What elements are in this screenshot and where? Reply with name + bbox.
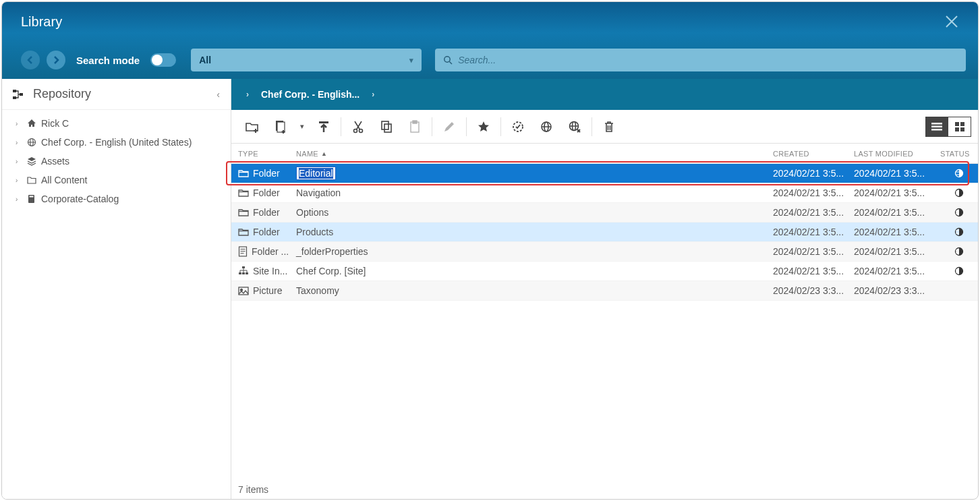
column-status[interactable]: STATUS [940, 150, 978, 158]
separator [466, 117, 467, 136]
header-toolbar: Search mode All ▾ [2, 41, 978, 79]
tree-item-label: Assets [41, 156, 69, 167]
row-name: Options [296, 207, 328, 218]
svg-point-44 [241, 289, 243, 291]
svg-rect-34 [241, 249, 246, 249]
row-modified: 2024/02/23 3:3... [854, 285, 940, 296]
table-row[interactable]: PictureTaxonomy2024/02/23 3:3...2024/02/… [231, 281, 978, 301]
svg-rect-35 [241, 251, 246, 252]
copy-button[interactable] [372, 115, 401, 139]
row-type: Folder [253, 227, 280, 237]
folder-icon [238, 188, 249, 198]
library-window: Library Search mode All ▾ [1, 1, 979, 500]
status-icon [954, 227, 964, 237]
svg-rect-1 [13, 90, 16, 92]
sidebar-header: Repository ‹ [2, 79, 231, 110]
withdraw-button[interactable] [560, 115, 589, 139]
separator [341, 117, 341, 136]
column-type[interactable]: TYPE [238, 150, 296, 158]
scope-dropdown[interactable]: All ▾ [191, 49, 422, 71]
tree-item[interactable]: ›Chef Corp. - English (United States) [2, 133, 231, 152]
row-type: Folder [253, 168, 280, 179]
svg-rect-36 [241, 253, 244, 254]
row-name: Taxonomy [296, 285, 339, 296]
svg-rect-24 [931, 129, 942, 131]
row-created: 2024/02/21 3:5... [773, 187, 854, 198]
status-icon [954, 208, 964, 217]
row-type: Site In... [253, 266, 287, 276]
row-name: _folderProperties [296, 246, 368, 257]
column-name[interactable]: NAME ▲ [296, 150, 773, 158]
row-created: 2024/02/21 3:5... [773, 227, 854, 237]
approve-button[interactable] [504, 115, 532, 139]
table-row[interactable]: FolderNavigation2024/02/21 3:5...2024/02… [231, 183, 978, 203]
tree-item-label: Rick C [41, 118, 69, 129]
site-icon [238, 266, 249, 276]
chevron-down-icon: ▾ [409, 56, 413, 65]
nav-forward-button[interactable] [47, 51, 65, 69]
status-icon [954, 247, 964, 256]
chevron-right-icon[interactable]: › [246, 90, 249, 99]
search-box[interactable] [435, 49, 966, 71]
tree-icon [11, 88, 25, 101]
main: › Chef Corp. - English... › ▾ [231, 79, 978, 499]
cut-button[interactable] [344, 115, 372, 139]
list-view-button[interactable] [925, 117, 948, 137]
row-name: Chef Corp. [Site] [296, 266, 366, 276]
row-created: 2024/02/21 3:5... [773, 266, 854, 276]
column-modified[interactable]: LAST MODIFIED [854, 150, 940, 158]
svg-rect-22 [931, 123, 942, 125]
row-modified: 2024/02/21 3:5... [854, 187, 940, 198]
rename-input[interactable]: Editorial [296, 167, 336, 180]
bookmark-button[interactable] [469, 115, 498, 139]
item-count: 7 items [238, 484, 268, 495]
svg-rect-38 [242, 266, 245, 268]
table-row[interactable]: Folder ..._folderProperties2024/02/21 3:… [231, 242, 978, 262]
table-row[interactable]: FolderOptions2024/02/21 3:5...2024/02/21… [231, 203, 978, 223]
new-document-button[interactable] [266, 115, 295, 139]
close-button[interactable] [939, 11, 964, 32]
table-row[interactable]: FolderEditorial2024/02/21 3:5...2024/02/… [231, 164, 978, 183]
table-row[interactable]: Site In...Chef Corp. [Site]2024/02/21 3:… [231, 262, 978, 281]
folder-icon [238, 208, 249, 217]
grid-view-button[interactable] [948, 117, 971, 137]
chevron-right-icon: › [16, 120, 22, 127]
breadcrumb-segment[interactable]: Chef Corp. - English... [261, 89, 359, 100]
search-mode-toggle[interactable] [150, 53, 176, 67]
chevron-right-icon: › [16, 139, 22, 146]
svg-rect-40 [242, 272, 245, 274]
nav-back-button[interactable] [21, 51, 40, 69]
page-icon [238, 246, 248, 257]
separator [500, 117, 501, 136]
row-name: Navigation [296, 187, 341, 198]
column-created[interactable]: CREATED [773, 150, 854, 158]
picture-icon [238, 287, 249, 295]
edit-button [435, 115, 463, 139]
svg-rect-16 [413, 121, 417, 123]
new-document-dropdown[interactable]: ▾ [295, 115, 310, 139]
row-created: 2024/02/23 3:3... [773, 285, 854, 296]
tree-item[interactable]: ›Rick C [2, 114, 231, 133]
new-folder-button[interactable] [238, 115, 266, 139]
search-input[interactable] [458, 55, 958, 65]
sidebar-collapse-button[interactable]: ‹ [214, 86, 223, 102]
publish-button[interactable] [532, 115, 560, 139]
row-type: Folder [253, 187, 280, 198]
svg-point-11 [354, 129, 357, 132]
book-icon [26, 194, 37, 204]
delete-button[interactable] [595, 115, 623, 139]
separator [432, 117, 432, 136]
row-type: Picture [253, 285, 283, 296]
upload-button[interactable] [310, 115, 338, 139]
svg-rect-25 [955, 122, 959, 126]
chevron-right-icon[interactable]: › [372, 90, 374, 99]
row-modified: 2024/02/21 3:5... [854, 227, 940, 237]
search-mode-label: Search mode [76, 55, 140, 66]
status-icon [954, 169, 964, 178]
folder-icon [238, 169, 249, 178]
table-row[interactable]: FolderProducts2024/02/21 3:5...2024/02/2… [231, 223, 978, 242]
tree-item[interactable]: ›Corporate-Catalog [2, 189, 231, 208]
tree-item[interactable]: ›Assets [2, 152, 231, 171]
tree-item[interactable]: ›All Content [2, 171, 231, 189]
svg-rect-41 [246, 272, 248, 274]
